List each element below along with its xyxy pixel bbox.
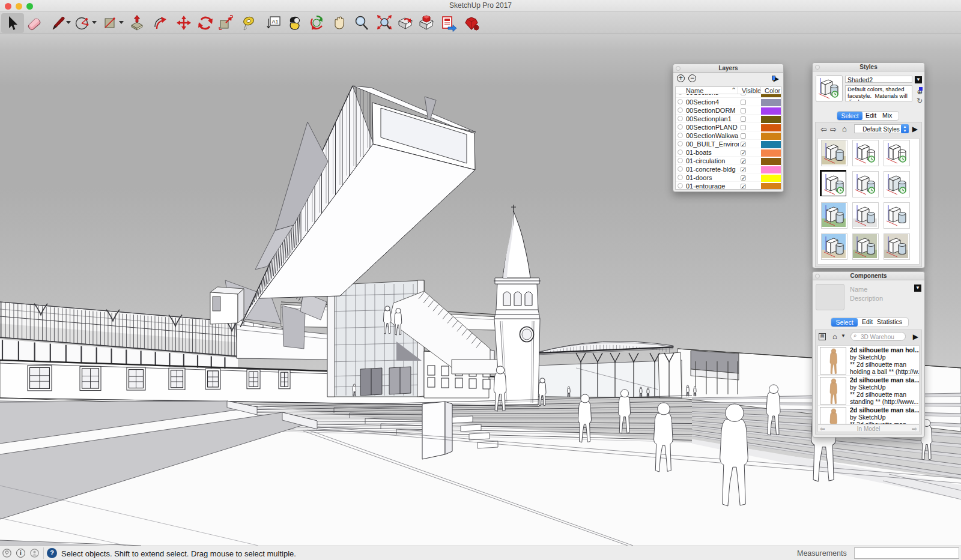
svg-text:A1: A1 bbox=[271, 19, 278, 25]
